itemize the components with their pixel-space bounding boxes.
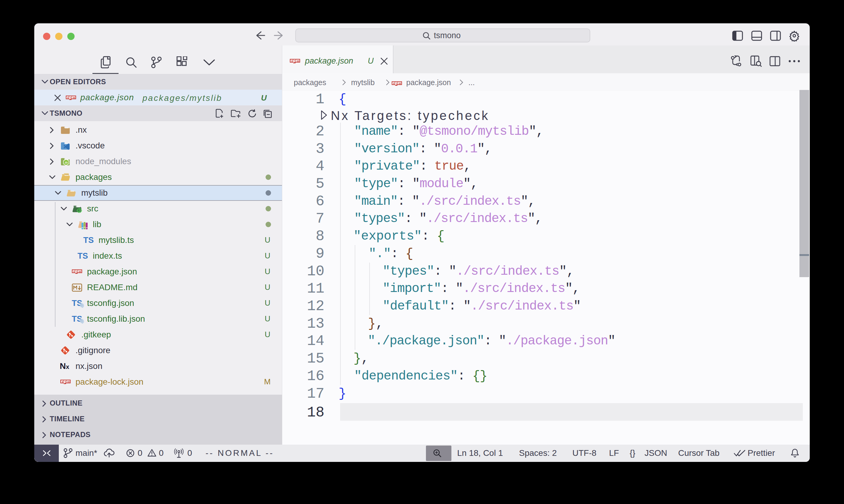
svg-text:JS: JS xyxy=(64,161,68,164)
